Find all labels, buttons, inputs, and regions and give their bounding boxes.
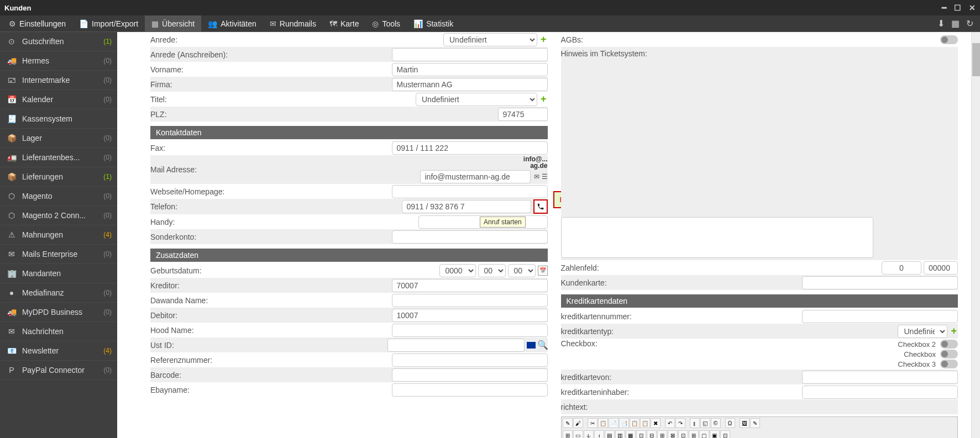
envelope-icon[interactable]: ✉ bbox=[534, 173, 539, 181]
kktyp-select[interactable]: Undefiniert bbox=[898, 325, 947, 338]
toolbar-aktivitäten[interactable]: 👥Aktivitäten bbox=[201, 15, 263, 31]
day-select[interactable]: 00 bbox=[508, 264, 536, 277]
dawanda-input[interactable] bbox=[392, 294, 548, 307]
rte-icon[interactable]: ▤ bbox=[605, 430, 615, 438]
debitor-input[interactable] bbox=[392, 309, 548, 322]
rte-undo-icon[interactable]: ↶ bbox=[665, 418, 675, 428]
sidebar-item[interactable]: ⬡Magento(0) bbox=[0, 187, 117, 206]
sidebar-item[interactable]: ✉Nachrichten bbox=[0, 322, 117, 341]
kkinh-input[interactable] bbox=[802, 386, 958, 399]
sonderkonto-input[interactable] bbox=[392, 230, 548, 244]
calendar-icon[interactable]: 📅 bbox=[538, 266, 548, 276]
sidebar-item[interactable]: 🚚Hermes(0) bbox=[0, 51, 117, 71]
rte-delete-icon[interactable]: ✖ bbox=[651, 418, 661, 428]
maximize-icon[interactable]: ☐ bbox=[954, 3, 961, 12]
scrollbar[interactable] bbox=[971, 32, 980, 438]
month-select[interactable]: 00 bbox=[478, 264, 506, 277]
sidebar-item[interactable]: 📦Lieferungen(1) bbox=[0, 167, 117, 187]
grid-icon[interactable]: ▦ bbox=[951, 18, 960, 29]
sidebar-item[interactable]: ⬡Magento 2 Conn...(0) bbox=[0, 206, 117, 225]
vorname-input[interactable] bbox=[392, 63, 548, 76]
rte-image-icon[interactable]: 🖼 bbox=[740, 418, 750, 428]
plus-icon[interactable]: + bbox=[539, 93, 548, 105]
sidebar-item[interactable]: 🚛Lieferantenbes...(0) bbox=[0, 148, 117, 167]
kkvon-input[interactable] bbox=[802, 371, 958, 384]
zahlen2-input[interactable] bbox=[924, 261, 958, 275]
sidebar-item[interactable]: 🏢Mandanten bbox=[0, 264, 117, 283]
ebay-input[interactable] bbox=[392, 383, 548, 397]
toolbar-rundmails[interactable]: ✉Rundmails bbox=[263, 15, 323, 31]
rte-copy-icon[interactable]: 📋 bbox=[598, 418, 608, 428]
rte-icon[interactable]: © bbox=[711, 418, 721, 428]
sidebar-item[interactable]: 🖃Internetmarke(0) bbox=[0, 71, 117, 90]
zahlen1-input[interactable] bbox=[882, 261, 921, 275]
kreditor-input[interactable] bbox=[392, 279, 548, 292]
hood-input[interactable] bbox=[392, 324, 548, 337]
rte-icon[interactable]: ⊟ bbox=[647, 430, 657, 438]
toolbar-import/export[interactable]: 📄Import/Export bbox=[72, 15, 145, 31]
toolbar-statistik[interactable]: 📊Statistik bbox=[407, 15, 460, 31]
server-icon[interactable]: ☰ bbox=[542, 173, 548, 181]
refnr-input[interactable] bbox=[392, 353, 548, 367]
rte-icon[interactable]: ▥ bbox=[615, 430, 625, 438]
plus-icon[interactable]: + bbox=[539, 34, 548, 45]
refresh-icon[interactable]: ↻ bbox=[966, 18, 973, 29]
titel-select[interactable]: Undefiniert bbox=[416, 93, 537, 106]
sidebar-item[interactable]: 🧾Kassensystem bbox=[0, 109, 117, 129]
rte-redo-icon[interactable]: ↷ bbox=[675, 418, 685, 428]
rte-icon[interactable]: ✎ bbox=[750, 418, 760, 428]
firma-input[interactable] bbox=[392, 78, 548, 91]
rte-icon[interactable]: ⫝ bbox=[584, 430, 594, 438]
sidebar-item[interactable]: ⊙Gutschriften(1) bbox=[0, 32, 117, 51]
rte-icon[interactable]: ▢ bbox=[699, 430, 709, 438]
cb1-toggle[interactable] bbox=[940, 340, 958, 349]
sidebar-item[interactable]: 📅Kalender(0) bbox=[0, 90, 117, 109]
kknr-input[interactable] bbox=[802, 310, 958, 323]
rte-icon[interactable]: ⊞ bbox=[657, 430, 667, 438]
sidebar-item[interactable]: 📧Newsletter(4) bbox=[0, 341, 117, 361]
toolbar-tools[interactable]: ◎Tools bbox=[365, 15, 407, 31]
eu-flag-icon[interactable] bbox=[527, 342, 536, 349]
sidebar-item[interactable]: ●Mediafinanz(0) bbox=[0, 283, 117, 303]
rte-icon[interactable]: ⊠ bbox=[668, 430, 678, 438]
rte-icon[interactable]: ▣ bbox=[710, 430, 720, 438]
sidebar-item[interactable]: PPayPal Connector(0) bbox=[0, 361, 117, 380]
rte-icon[interactable]: ⊞ bbox=[689, 430, 699, 438]
rte-icon[interactable]: ⊡ bbox=[678, 430, 688, 438]
sidebar-item[interactable]: 📦Lager(0) bbox=[0, 129, 117, 148]
fax-input[interactable] bbox=[392, 141, 548, 155]
rte-omega-icon[interactable]: Ω bbox=[725, 418, 735, 428]
rte-icon[interactable]: ⊡ bbox=[636, 430, 646, 438]
toolbar-übersicht[interactable]: ▦Übersicht bbox=[145, 15, 201, 31]
rte-icon[interactable]: ◱ bbox=[700, 418, 710, 428]
close-icon[interactable]: ✕ bbox=[969, 3, 976, 12]
sidebar-item[interactable]: ⚠Mahnungen(4) bbox=[0, 225, 117, 245]
sidebar-item[interactable]: ✉Mails Enterprise(0) bbox=[0, 245, 117, 264]
rte-icon[interactable]: ▭ bbox=[573, 430, 583, 438]
anrede-anschreiben-input[interactable] bbox=[392, 48, 548, 61]
rte-icon[interactable]: ▦ bbox=[626, 430, 636, 438]
download-icon[interactable]: ⬇ bbox=[937, 18, 945, 29]
rte-icon[interactable]: 🖌 bbox=[573, 418, 583, 428]
toolbar-einstellungen[interactable]: ⚙Einstellungen bbox=[2, 15, 72, 31]
cb3-toggle[interactable] bbox=[940, 360, 958, 368]
hinweis-textarea[interactable] bbox=[561, 217, 873, 258]
rte-icon[interactable]: 📑 bbox=[619, 418, 629, 428]
call-button[interactable] bbox=[533, 199, 548, 214]
rte-icon[interactable]: ⫿ bbox=[690, 418, 700, 428]
cb2-toggle[interactable] bbox=[940, 350, 958, 358]
rte-table-icon[interactable]: ⊞ bbox=[563, 430, 573, 438]
plz-input[interactable] bbox=[498, 108, 548, 121]
rte-paste-icon[interactable]: 📄 bbox=[609, 418, 619, 428]
rte-icon[interactable]: ⊡ bbox=[720, 430, 730, 438]
telefon-input[interactable] bbox=[402, 200, 531, 213]
year-select[interactable]: 0000 bbox=[439, 264, 476, 277]
plus-icon[interactable]: + bbox=[950, 325, 958, 337]
ustid-input[interactable] bbox=[387, 339, 525, 352]
mail-input[interactable] bbox=[420, 170, 531, 183]
sidebar-item[interactable]: 🚚MyDPD Business(0) bbox=[0, 303, 117, 322]
barcode-input[interactable] bbox=[392, 368, 548, 382]
toolbar-karte[interactable]: 🗺Karte bbox=[323, 15, 365, 31]
search-icon[interactable]: 🔍 bbox=[538, 340, 548, 350]
agbs-toggle[interactable] bbox=[940, 35, 958, 44]
